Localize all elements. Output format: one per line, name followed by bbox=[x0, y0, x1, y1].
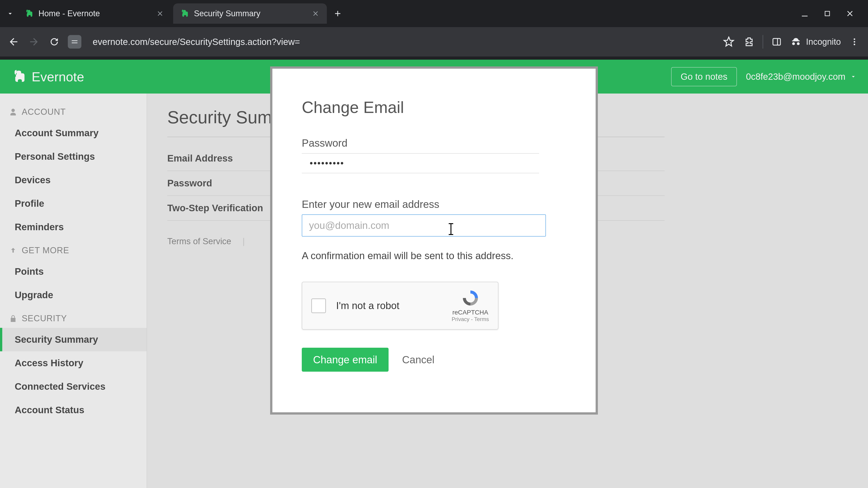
recaptcha-badge: reCAPTCHA Privacy - Terms bbox=[452, 289, 489, 322]
svg-point-4 bbox=[854, 41, 855, 43]
close-window-button[interactable] bbox=[843, 7, 857, 20]
email-input[interactable] bbox=[302, 215, 546, 236]
menu-button[interactable] bbox=[848, 35, 861, 48]
modal-backdrop[interactable]: Change Email Password ••••••••• Enter yo… bbox=[0, 60, 868, 488]
password-label: Password bbox=[302, 137, 566, 149]
helper-text: A confirmation email will be sent to thi… bbox=[302, 250, 566, 261]
new-tab-button[interactable] bbox=[331, 7, 344, 20]
app-viewport: Evernote Go to notes 0c8fe23b@moodjoy.co… bbox=[0, 60, 868, 488]
recaptcha-brand: reCAPTCHA bbox=[452, 309, 489, 316]
tab-home-evernote[interactable]: Home - Evernote bbox=[18, 3, 171, 24]
reload-button[interactable] bbox=[48, 35, 61, 48]
minimize-button[interactable] bbox=[798, 7, 811, 20]
extensions-button[interactable] bbox=[742, 35, 756, 48]
svg-rect-1 bbox=[773, 38, 780, 45]
back-button[interactable] bbox=[7, 35, 20, 48]
evernote-favicon-icon bbox=[180, 9, 189, 18]
window-controls bbox=[798, 7, 864, 20]
incognito-icon bbox=[790, 36, 802, 47]
close-tab-icon[interactable] bbox=[311, 9, 320, 18]
svg-point-5 bbox=[854, 43, 855, 45]
forward-button[interactable] bbox=[27, 35, 41, 48]
email-label: Enter your new email address bbox=[302, 198, 566, 210]
evernote-favicon-icon bbox=[24, 9, 34, 18]
browser-chrome: Home - Evernote Security Summary bbox=[0, 0, 868, 60]
recaptcha-logo-icon bbox=[458, 289, 483, 307]
recaptcha-widget: I'm not a robot reCAPTCHA Privacy - Term… bbox=[302, 282, 498, 330]
password-field[interactable]: ••••••••• bbox=[302, 153, 539, 173]
change-email-modal: Change Email Password ••••••••• Enter yo… bbox=[270, 66, 598, 415]
maximize-button[interactable] bbox=[820, 7, 834, 20]
tab-search-dropdown[interactable] bbox=[4, 8, 16, 19]
recaptcha-checkbox[interactable] bbox=[311, 298, 326, 313]
sidepanel-button[interactable] bbox=[770, 35, 783, 48]
cancel-button[interactable]: Cancel bbox=[402, 354, 434, 366]
tab-title: Home - Evernote bbox=[38, 9, 100, 18]
recaptcha-links[interactable]: Privacy - Terms bbox=[452, 316, 489, 322]
svg-rect-0 bbox=[825, 11, 830, 16]
tab-security-summary[interactable]: Security Summary bbox=[173, 3, 327, 24]
modal-title: Change Email bbox=[302, 98, 566, 117]
svg-point-3 bbox=[854, 38, 855, 40]
address-bar[interactable]: evernote.com/secure/SecuritySettings.act… bbox=[88, 37, 715, 47]
recaptcha-label: I'm not a robot bbox=[336, 300, 399, 311]
nav-bar: evernote.com/secure/SecuritySettings.act… bbox=[0, 27, 868, 57]
incognito-indicator[interactable]: Incognito bbox=[790, 36, 841, 47]
incognito-label: Incognito bbox=[806, 37, 841, 47]
tab-strip: Home - Evernote Security Summary bbox=[0, 0, 868, 27]
modal-actions: Change email Cancel bbox=[302, 348, 566, 372]
close-tab-icon[interactable] bbox=[156, 9, 164, 18]
site-info-button[interactable] bbox=[68, 35, 81, 48]
tab-title: Security Summary bbox=[194, 9, 260, 18]
change-email-button[interactable]: Change email bbox=[302, 348, 389, 372]
bookmark-button[interactable] bbox=[722, 35, 736, 48]
divider bbox=[763, 35, 763, 48]
